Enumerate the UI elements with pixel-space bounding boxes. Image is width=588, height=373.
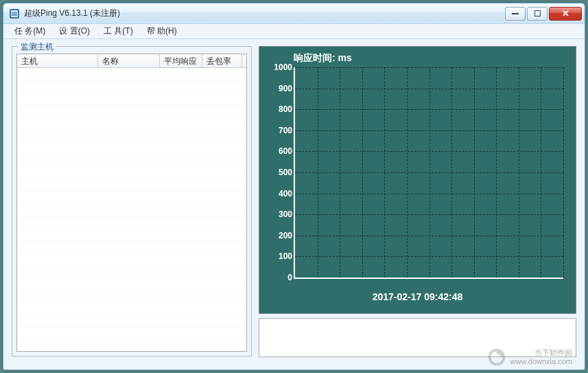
chart-plot-area: 01002003004005006007008009001000 [294, 67, 563, 279]
content-area: 监测主机 主机 名称 平均响应 丢包率 响应时间: ms 01002003004… [3, 39, 585, 370]
right-panel: 响应时间: ms 0100200300400500600700800900100… [259, 46, 576, 357]
y-tick-label: 0 [287, 273, 292, 282]
watermark-url: www.downxia.com [510, 357, 572, 366]
grid-line-v [362, 67, 363, 278]
group-title: 监测主机 [18, 41, 56, 53]
app-icon [9, 8, 20, 19]
y-tick-label: 300 [279, 210, 292, 219]
col-host[interactable]: 主机 [17, 54, 98, 67]
grid-line-v [474, 67, 475, 278]
svg-rect-3 [12, 14, 17, 16]
col-loss-rate[interactable]: 丢包率 [202, 54, 242, 67]
window-controls: ✕ [505, 7, 582, 21]
grid-line-v [318, 67, 318, 278]
chart-timestamp: 2017-02-17 09:42:48 [259, 291, 576, 302]
y-tick-label: 900 [279, 84, 292, 93]
watermark: 当下软件园 www.downxia.com [487, 348, 572, 367]
y-tick-label: 800 [279, 104, 292, 114]
y-tick-label: 200 [279, 231, 292, 240]
maximize-icon [534, 10, 541, 16]
y-tick-label: 1000 [274, 63, 292, 72]
y-tick-label: 700 [279, 126, 292, 135]
menu-tasks[interactable]: 任 务(M) [8, 24, 52, 38]
watermark-icon [487, 348, 506, 367]
menubar: 任 务(M) 设 置(O) 工 具(T) 帮 助(H) [3, 24, 585, 39]
y-tick-label: 400 [279, 189, 292, 199]
close-icon: ✕ [562, 8, 569, 19]
grid-line-v [496, 67, 497, 278]
maximize-button[interactable] [527, 7, 548, 21]
app-window: 超级Ping V6.13.1 (未注册) ✕ 任 务(M) 设 置(O) 工 具… [3, 3, 585, 370]
menu-tools[interactable]: 工 具(T) [97, 24, 140, 38]
y-tick-label: 500 [279, 168, 292, 177]
y-tick-label: 100 [279, 251, 292, 261]
svg-rect-1 [11, 10, 18, 17]
grid-line-v [451, 67, 452, 278]
col-avg-response[interactable]: 平均响应 [160, 54, 202, 67]
table-body[interactable] [17, 68, 246, 351]
grid-line-v [519, 67, 519, 278]
svg-rect-2 [12, 12, 17, 14]
y-tick-label: 600 [279, 146, 292, 156]
host-monitor-group: 监测主机 主机 名称 平均响应 丢包率 [12, 46, 252, 357]
grid-line-v [340, 67, 340, 278]
menu-help[interactable]: 帮 助(H) [140, 24, 184, 38]
grid-line-v [541, 67, 541, 278]
table-header: 主机 名称 平均响应 丢包率 [17, 54, 246, 68]
minimize-icon [512, 13, 519, 14]
window-title: 超级Ping V6.13.1 (未注册) [24, 8, 505, 19]
watermark-name: 当下软件园 [510, 348, 572, 357]
close-button[interactable]: ✕ [549, 7, 582, 21]
col-name[interactable]: 名称 [98, 54, 160, 67]
minimize-button[interactable] [505, 7, 526, 21]
grid-line-v [407, 67, 408, 278]
menu-settings[interactable]: 设 置(O) [52, 24, 97, 38]
host-table[interactable]: 主机 名称 平均响应 丢包率 [16, 54, 247, 352]
titlebar[interactable]: 超级Ping V6.13.1 (未注册) ✕ [3, 3, 585, 24]
chart-title: 响应时间: ms [294, 52, 352, 65]
grid-line-v [430, 67, 430, 278]
grid-line-v [384, 67, 385, 278]
response-chart: 响应时间: ms 0100200300400500600700800900100… [259, 46, 576, 314]
grid-line-v [563, 67, 564, 278]
